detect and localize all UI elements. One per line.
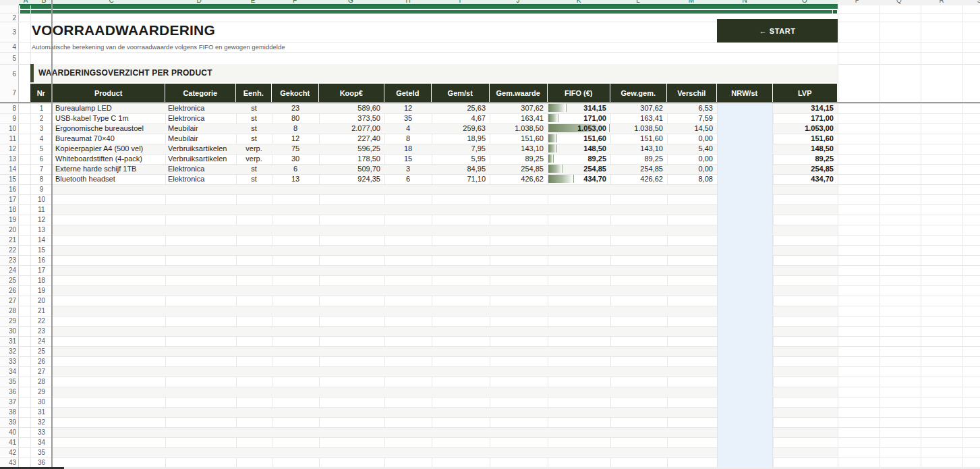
cell-eenh[interactable]: st xyxy=(236,113,272,123)
cell-eenh[interactable]: st xyxy=(236,134,272,144)
cell-gem_st[interactable]: 71,10 xyxy=(432,174,490,184)
column-header-eenh[interactable]: Eenh. xyxy=(236,84,271,102)
cell-fifo[interactable]: 171,00 xyxy=(548,113,610,123)
column-letter-G[interactable]: G xyxy=(348,0,353,4)
column-header-gekocht[interactable]: Gekocht xyxy=(272,84,318,102)
cell-eenh[interactable]: st xyxy=(236,174,272,184)
cell-verschil[interactable]: 0,00 xyxy=(667,134,717,144)
cell-nr-empty[interactable]: 10 xyxy=(30,194,53,204)
cell-gem_waarde[interactable]: 254,85 xyxy=(490,164,548,174)
column-header-gem_st[interactable]: Gem/st xyxy=(432,84,489,102)
cell-nr[interactable]: 7 xyxy=(30,164,53,174)
cell-product[interactable]: Whiteboardstiften (4-pack) xyxy=(53,154,165,164)
column-header-product[interactable]: Product xyxy=(53,84,165,102)
cell-verschil[interactable]: 14,50 xyxy=(667,123,717,134)
cell-product[interactable]: Bureaumat 70×40 xyxy=(53,134,165,144)
column-header-gew_gem[interactable]: Gew.gem. xyxy=(610,84,666,102)
cell-gekocht[interactable]: 12 xyxy=(272,134,319,144)
column-header-nrw[interactable]: NRW/st xyxy=(717,84,772,102)
column-header-gem_waarde[interactable]: Gem.waarde xyxy=(490,84,547,102)
cell-verschil[interactable]: 8,08 xyxy=(667,174,717,184)
column-letter-N[interactable]: N xyxy=(742,0,747,4)
cell-koop[interactable]: 596,25 xyxy=(319,144,384,154)
column-letter-P[interactable]: P xyxy=(855,0,860,4)
cell-verschil[interactable]: 6,53 xyxy=(667,103,717,113)
cell-nr-empty[interactable]: 17 xyxy=(30,265,53,275)
column-header-lvp[interactable]: LVP xyxy=(773,84,837,102)
cell-categorie[interactable]: Elektronica xyxy=(165,103,236,113)
start-button[interactable]: ← START xyxy=(717,19,838,43)
cell-geteld[interactable]: 3 xyxy=(384,164,432,174)
cell-verschil[interactable]: 0,00 xyxy=(667,164,717,174)
section-title[interactable]: WAARDERINGSOVERZICHT PER PRODUCT xyxy=(38,68,212,78)
cell-fifo[interactable]: 434,70 xyxy=(548,174,610,184)
cell-lvp[interactable]: 434,70 xyxy=(773,174,838,184)
cell-nr[interactable]: 8 xyxy=(30,174,53,184)
cell-nr-empty[interactable]: 11 xyxy=(30,204,53,215)
cell-fifo[interactable]: 314,15 xyxy=(548,103,610,113)
cell-nr-empty[interactable]: 19 xyxy=(30,285,53,296)
cell-geteld[interactable]: 35 xyxy=(384,113,432,123)
cell-nr-empty[interactable]: 27 xyxy=(30,366,53,377)
cell-nr[interactable]: 5 xyxy=(30,144,53,154)
column-letter-R[interactable]: R xyxy=(939,0,944,4)
column-header-nr[interactable]: Nr xyxy=(30,84,52,102)
cell-geteld[interactable]: 15 xyxy=(384,154,432,164)
cell-product[interactable]: Externe harde schijf 1TB xyxy=(53,164,165,174)
column-letter-E[interactable]: E xyxy=(251,0,256,4)
column-letter-A[interactable]: A xyxy=(24,0,28,4)
cell-koop[interactable]: 589,60 xyxy=(319,103,384,113)
column-letter-D[interactable]: D xyxy=(196,0,201,4)
cell-nr[interactable]: 2 xyxy=(30,113,53,123)
cell-product[interactable]: Bluetooth headset xyxy=(53,174,165,184)
cell-nr[interactable]: 3 xyxy=(30,123,53,134)
cell-fifo[interactable]: 1.053,00 xyxy=(548,123,610,134)
cell-geteld[interactable]: 8 xyxy=(384,134,432,144)
cell-koop[interactable]: 2.077,00 xyxy=(319,123,384,134)
cell-nr-empty[interactable]: 30 xyxy=(30,397,53,407)
cell-nr-empty[interactable]: 34 xyxy=(30,437,53,447)
cell-gekocht[interactable]: 23 xyxy=(272,103,319,113)
cell-nr[interactable]: 1 xyxy=(30,103,53,113)
cell-nr-empty[interactable]: 20 xyxy=(30,296,53,306)
row-header-6[interactable]: 6 xyxy=(0,70,16,78)
cell-nr-empty[interactable]: 26 xyxy=(30,356,53,366)
cell-nr-empty[interactable]: 12 xyxy=(30,215,53,225)
cell-nr-empty[interactable]: 18 xyxy=(30,275,53,285)
nrw-column-fill[interactable] xyxy=(717,103,773,468)
cell-eenh[interactable]: verp. xyxy=(236,144,272,154)
cell-gem_waarde[interactable]: 1.038,50 xyxy=(490,123,548,134)
cell-koop[interactable]: 373,50 xyxy=(319,113,384,123)
cell-geteld[interactable]: 12 xyxy=(384,103,432,113)
cell-categorie[interactable]: Elektronica xyxy=(165,164,236,174)
row-header-3[interactable]: 3 xyxy=(0,28,16,36)
column-letter-L[interactable]: L xyxy=(636,0,640,4)
cell-categorie[interactable]: Verbruiksartikelen xyxy=(165,154,236,164)
cell-product[interactable]: USB-kabel Type C 1m xyxy=(53,113,165,123)
cell-nr-empty[interactable]: 33 xyxy=(30,427,53,437)
cell-gew_gem[interactable]: 307,62 xyxy=(610,103,667,113)
cell-gew_gem[interactable]: 163,41 xyxy=(610,113,667,123)
cell-gem_waarde[interactable]: 151,60 xyxy=(490,134,548,144)
cell-koop[interactable]: 178,50 xyxy=(319,154,384,164)
cell-gekocht[interactable]: 75 xyxy=(272,144,319,154)
cell-gew_gem[interactable]: 143,10 xyxy=(610,144,667,154)
cell-gekocht[interactable]: 6 xyxy=(272,164,319,174)
column-letter-H[interactable]: H xyxy=(405,0,410,4)
cell-eenh[interactable]: st xyxy=(236,123,272,134)
column-header-fifo[interactable]: FIFO (€) xyxy=(548,84,610,102)
cell-nr-empty[interactable]: 24 xyxy=(30,336,53,346)
column-letter-F[interactable]: F xyxy=(293,0,297,4)
cell-gem_st[interactable]: 25,63 xyxy=(432,103,490,113)
column-letter-I[interactable]: I xyxy=(459,0,461,4)
column-header-koop[interactable]: Koop€ xyxy=(319,84,384,102)
column-letter-S[interactable]: S xyxy=(977,0,980,4)
cell-koop[interactable]: 227,40 xyxy=(319,134,384,144)
cell-geteld[interactable]: 6 xyxy=(384,174,432,184)
cell-nr-empty[interactable]: 16 xyxy=(30,255,53,265)
cell-nr-empty[interactable]: 35 xyxy=(30,447,53,458)
cell-eenh[interactable]: verp. xyxy=(236,154,272,164)
cell-lvp[interactable]: 171,00 xyxy=(773,113,838,123)
cell-gem_st[interactable]: 4,67 xyxy=(432,113,490,123)
cell-product[interactable]: Bureaulamp LED xyxy=(53,103,165,113)
